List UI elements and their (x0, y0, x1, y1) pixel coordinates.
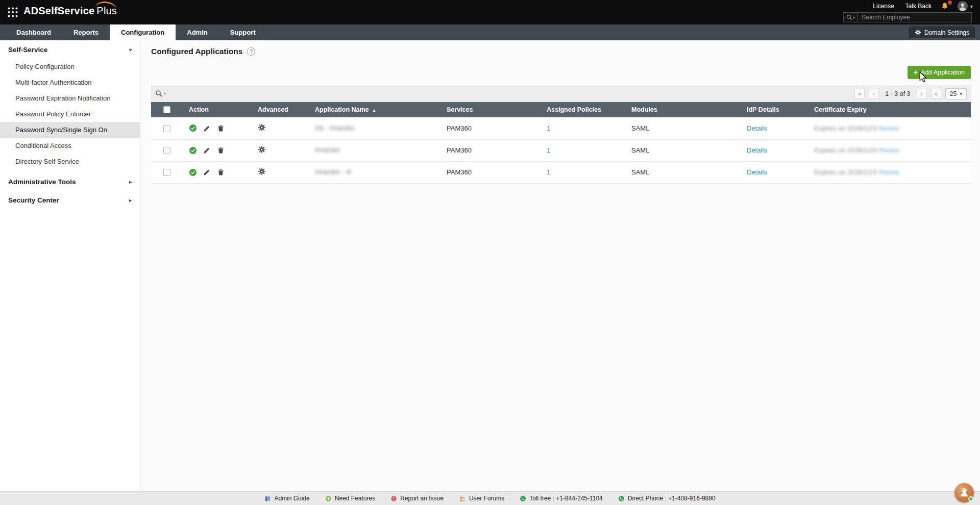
sidebar-item-password-expiration-notification[interactable]: Password Expiration Notification (0, 90, 140, 106)
search-scope-caret-icon: ▾ (853, 15, 855, 20)
license-link[interactable]: License (871, 3, 896, 10)
last-page-button[interactable]: » (931, 89, 941, 99)
chevron-down-icon: ▾ (129, 47, 132, 53)
advanced-gear-icon[interactable] (258, 167, 266, 175)
row-checkbox[interactable] (163, 125, 170, 132)
avatar-icon (957, 1, 968, 12)
employee-search: ▾ (843, 12, 972, 22)
sidebar-section-self-service[interactable]: Self-Service ▾ (0, 40, 140, 59)
edit-icon[interactable] (203, 124, 211, 132)
delete-icon[interactable] (217, 168, 225, 176)
tab-dashboard[interactable]: Dashboard (5, 24, 62, 40)
enable-icon[interactable] (189, 124, 197, 132)
select-all-checkbox[interactable] (163, 106, 170, 113)
page-size-select[interactable]: 25 ▾ (945, 88, 967, 99)
column-header-action[interactable]: Action (183, 102, 252, 117)
column-header-advanced[interactable]: Advanced (252, 102, 309, 117)
help-icon[interactable]: ? (247, 47, 255, 56)
services-value: PAM360 (447, 168, 472, 176)
assigned-policies-link[interactable]: 1 (547, 146, 550, 154)
sidebar-item-directory-self-service[interactable]: Directory Self Service (0, 154, 140, 169)
support-person-icon (959, 487, 970, 498)
user-forums-link[interactable]: User Forums (459, 495, 504, 502)
add-application-button[interactable]: + Add Application (908, 66, 971, 79)
first-page-button[interactable]: « (854, 89, 865, 99)
enable-icon[interactable] (189, 146, 197, 155)
report-issue-link[interactable]: Report an Issue (390, 495, 444, 502)
footer: Admin Guide Need Features Report an Issu… (0, 491, 980, 505)
tab-support[interactable]: Support (219, 24, 267, 40)
edit-icon[interactable] (203, 146, 211, 154)
sidebar: Self-Service ▾ Policy Configuration Mult… (0, 40, 140, 491)
domain-settings-label: Domain Settings (924, 29, 969, 36)
notification-bell-icon[interactable] (941, 2, 950, 10)
table-search-icon[interactable]: ▾ (155, 90, 166, 97)
renew-link[interactable]: Renew (879, 146, 899, 154)
page-size-caret-icon: ▾ (960, 91, 962, 96)
phone-icon (520, 495, 526, 502)
tab-reports[interactable]: Reports (62, 24, 110, 40)
talkback-link[interactable]: Talk Back (903, 3, 934, 10)
column-header-modules[interactable]: Modules (625, 102, 741, 117)
report-issue-icon (390, 495, 397, 502)
column-header-application-name[interactable]: Application Name▲ (309, 102, 440, 117)
column-header-assigned-policies[interactable]: Assigned Policies (541, 102, 625, 117)
sidebar-section-security-center[interactable]: Security Center ▸ (0, 191, 140, 209)
app-logo: ADSelfServicePlus (23, 5, 117, 17)
column-header-idp-details[interactable]: IdP Details (741, 102, 808, 117)
user-avatar[interactable]: ▾ (957, 1, 973, 12)
notification-badge (947, 0, 952, 5)
app-launcher-icon[interactable] (7, 7, 18, 18)
renew-link[interactable]: Renew (879, 124, 899, 132)
employee-search-input[interactable] (858, 14, 971, 21)
top-bar: ADSelfServicePlus License Talk Back ▾ (0, 0, 980, 24)
prev-page-button[interactable]: ‹ (869, 89, 879, 99)
assigned-policies-link[interactable]: 1 (547, 168, 550, 176)
renew-link[interactable]: Renew (879, 168, 899, 176)
search-scope-selector[interactable]: ▾ (844, 13, 858, 22)
delete-icon[interactable] (217, 146, 225, 154)
table-toolbar: ▾ « ‹ 1 - 3 of 3 › » 25 ▾ (151, 85, 971, 102)
search-icon (846, 14, 852, 20)
idp-details-link[interactable]: Details (747, 146, 767, 154)
sidebar-item-multi-factor-authentication[interactable]: Multi-factor Authentication (0, 74, 140, 90)
row-checkbox[interactable] (163, 169, 170, 176)
next-page-button[interactable]: › (917, 89, 927, 99)
modules-value: SAML (631, 168, 649, 176)
sort-asc-icon: ▲ (372, 108, 377, 113)
advanced-gear-icon[interactable] (258, 145, 266, 154)
admin-guide-link[interactable]: Admin Guide (264, 495, 309, 502)
sidebar-item-policy-configuration[interactable]: Policy Configuration (0, 59, 140, 74)
sidebar-item-password-policy-enforcer[interactable]: Password Policy Enforcer (0, 106, 140, 122)
column-header-certificate-expiry[interactable]: Certificate Expiry (808, 102, 971, 117)
table-row: PAM360 - IP PAM360 1 SAML Details Expire… (151, 161, 971, 183)
enable-icon[interactable] (189, 168, 197, 176)
chevron-right-icon: ▸ (129, 179, 132, 185)
sidebar-item-conditional-access[interactable]: Conditional Access (0, 138, 140, 154)
table-search-caret-icon: ▾ (164, 91, 166, 96)
add-application-label: Add Application (921, 69, 965, 76)
section-label: Security Center (8, 196, 59, 204)
sidebar-item-password-sync-single-sign-on[interactable]: Password Sync/Single Sign On (0, 122, 140, 138)
idp-details-link[interactable]: Details (747, 124, 767, 132)
sidebar-section-administrative-tools[interactable]: Administrative Tools ▸ (0, 172, 140, 191)
column-header-services[interactable]: Services (440, 102, 541, 117)
modules-value: SAML (631, 124, 649, 132)
need-features-icon (325, 495, 332, 502)
delete-icon[interactable] (217, 124, 225, 132)
application-name: PAM360 - IP (315, 168, 352, 176)
support-chat-button[interactable] (954, 483, 974, 502)
edit-icon[interactable] (203, 168, 211, 176)
main-nav: Dashboard Reports Configuration Admin Su… (0, 24, 980, 40)
need-features-link[interactable]: Need Features (325, 495, 375, 502)
tab-admin[interactable]: Admin (176, 24, 218, 40)
idp-details-link[interactable]: Details (747, 168, 767, 176)
user-forums-icon (459, 495, 466, 502)
row-checkbox[interactable] (163, 147, 170, 154)
tab-configuration[interactable]: Configuration (110, 24, 176, 40)
domain-settings-button[interactable]: Domain Settings (909, 27, 975, 38)
advanced-gear-icon[interactable] (258, 123, 266, 132)
applications-table: Action Advanced Application Name▲ Servic… (151, 102, 971, 184)
assigned-policies-link[interactable]: 1 (547, 124, 550, 132)
chevron-right-icon: ▸ (129, 197, 132, 203)
